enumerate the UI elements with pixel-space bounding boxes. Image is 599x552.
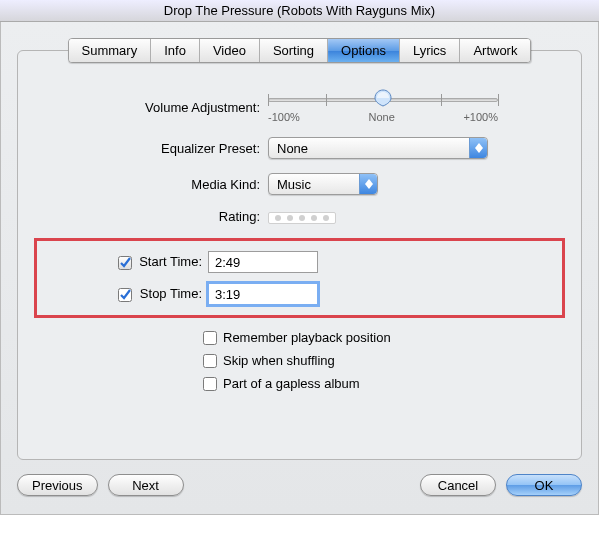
window-titlebar: Drop The Pressure (Robots With Rayguns M…	[0, 0, 599, 22]
svg-rect-4	[204, 377, 217, 390]
rating-dot-icon	[299, 215, 305, 221]
eq-label: Equalizer Preset:	[38, 141, 268, 156]
rating-dot-icon	[275, 215, 281, 221]
next-button[interactable]: Next	[108, 474, 184, 496]
button-bar: Previous Next Cancel OK	[17, 474, 582, 496]
volume-row: Volume Adjustment:	[38, 91, 561, 123]
volume-slider[interactable]: -100% None +100%	[268, 91, 498, 123]
updown-arrows-icon	[359, 174, 377, 194]
stop-time-label: Stop Time:	[140, 286, 202, 301]
stop-time-row: Stop Time:	[45, 283, 554, 305]
stop-time-checkbox[interactable]	[118, 288, 132, 302]
media-kind-popup[interactable]: Music	[268, 173, 378, 195]
svg-rect-2	[204, 331, 217, 344]
cancel-button[interactable]: Cancel	[420, 474, 496, 496]
option-checklist: Remember playback position Skip when shu…	[203, 330, 561, 391]
start-time-checkbox[interactable]	[118, 256, 132, 270]
rating-label: Rating:	[38, 209, 268, 224]
media-kind-value: Music	[277, 177, 359, 192]
window-body: Summary Info Video Sorting Options Lyric…	[0, 22, 599, 515]
tab-artwork[interactable]: Artwork	[460, 39, 530, 62]
gapless-label: Part of a gapless album	[223, 376, 360, 391]
start-time-row: Start Time:	[45, 251, 554, 273]
slider-tick-right: +100%	[463, 111, 498, 123]
slider-thumb-icon[interactable]	[374, 89, 392, 107]
eq-popup[interactable]: None	[268, 137, 488, 159]
media-kind-row: Media Kind: Music	[38, 173, 561, 195]
time-highlight-box: Start Time: Stop Time:	[34, 238, 565, 318]
media-kind-label: Media Kind:	[38, 177, 268, 192]
ok-button[interactable]: OK	[506, 474, 582, 496]
skip-label: Skip when shuffling	[223, 353, 335, 368]
previous-button[interactable]: Previous	[17, 474, 98, 496]
eq-value: None	[277, 141, 469, 156]
gapless-checkbox[interactable]	[203, 377, 217, 391]
tab-lyrics[interactable]: Lyrics	[400, 39, 460, 62]
window-title: Drop The Pressure (Robots With Rayguns M…	[164, 3, 435, 18]
tab-summary[interactable]: Summary	[69, 39, 152, 62]
slider-tick-center: None	[368, 111, 394, 123]
tab-bar: Summary Info Video Sorting Options Lyric…	[68, 38, 532, 63]
rating-control[interactable]	[268, 212, 336, 224]
skip-checkbox[interactable]	[203, 354, 217, 368]
rating-dot-icon	[323, 215, 329, 221]
tab-options[interactable]: Options	[328, 39, 400, 62]
tab-container: Summary Info Video Sorting Options Lyric…	[17, 50, 582, 460]
remember-label: Remember playback position	[223, 330, 391, 345]
info-window: Drop The Pressure (Robots With Rayguns M…	[0, 0, 599, 515]
volume-label: Volume Adjustment:	[38, 100, 268, 115]
remember-checkbox[interactable]	[203, 331, 217, 345]
updown-arrows-icon	[469, 138, 487, 158]
svg-rect-3	[204, 354, 217, 367]
start-time-input[interactable]	[208, 251, 318, 273]
slider-tick-left: -100%	[268, 111, 300, 123]
stop-time-input[interactable]	[208, 283, 318, 305]
eq-row: Equalizer Preset: None	[38, 137, 561, 159]
tab-info[interactable]: Info	[151, 39, 200, 62]
tab-video[interactable]: Video	[200, 39, 260, 62]
rating-dot-icon	[311, 215, 317, 221]
rating-row: Rating:	[38, 209, 561, 224]
start-time-label: Start Time:	[139, 254, 202, 269]
tab-sorting[interactable]: Sorting	[260, 39, 328, 62]
rating-dot-icon	[287, 215, 293, 221]
